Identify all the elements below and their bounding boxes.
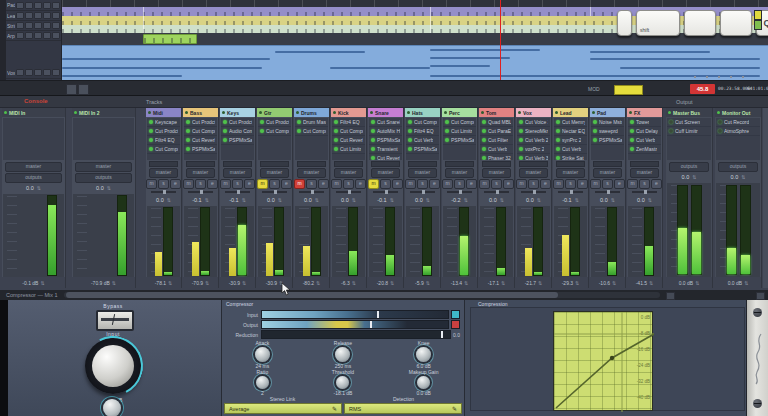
pan-slider[interactable]	[336, 189, 361, 195]
insert-slot[interactable]: voxPrc 2	[517, 145, 550, 154]
fader-meter-area[interactable]	[667, 183, 711, 277]
insert-slot[interactable]: Phaser 32	[480, 154, 513, 160]
insert-slot[interactable]: Noise Mstr	[591, 118, 624, 127]
channel-name-bar[interactable]: Hats	[405, 108, 440, 117]
spinner-icon[interactable]: ⇅	[316, 280, 320, 286]
spinner-icon[interactable]: ⇅	[741, 174, 745, 180]
mute-button[interactable]: m	[368, 179, 379, 189]
automation-slot[interactable]	[593, 161, 622, 167]
release-knob[interactable]	[335, 347, 350, 362]
spinner-icon[interactable]: ⇅	[390, 280, 394, 286]
mute-button[interactable]: m	[516, 179, 527, 189]
green-midi-clip[interactable]	[143, 34, 197, 44]
spinner-icon[interactable]: ⇅	[695, 280, 699, 286]
solo-button[interactable]: s	[380, 179, 391, 189]
plugin-power-led-icon[interactable]	[718, 120, 722, 124]
plugin-power-led-icon[interactable]	[593, 120, 597, 124]
spinner-icon[interactable]: ⇅	[501, 280, 505, 286]
insert-slot[interactable]: Strike Sat	[554, 154, 587, 160]
track-button[interactable]	[34, 2, 42, 9]
insert-slot[interactable]: Cut Compres	[258, 127, 291, 136]
mixer-hscrollbar-thumb[interactable]	[66, 292, 558, 298]
mute-button[interactable]: m	[405, 179, 416, 189]
plugin-power-led-icon[interactable]	[334, 120, 338, 124]
meter-clip-button[interactable]	[451, 320, 460, 329]
plugin-power-led-icon[interactable]	[630, 120, 634, 124]
channel-name-bar[interactable]: Midi	[146, 108, 181, 117]
automation-slot[interactable]	[334, 161, 363, 167]
fader-meter-area[interactable]	[295, 206, 328, 277]
insert-slot[interactable]: Cut Record	[716, 118, 760, 127]
spinner-icon[interactable]: ⇅	[352, 280, 356, 286]
track-button[interactable]	[43, 22, 51, 29]
insert-slot[interactable]: Cut ParaEQ	[480, 127, 513, 136]
mixer-channel[interactable]: SnareCut SnareEQAutoMix HPPSPMixSatTrans…	[368, 108, 404, 288]
track-button[interactable]	[34, 12, 42, 19]
playhead[interactable]	[500, 0, 501, 80]
insert-slot[interactable]: Cut Screen	[667, 118, 711, 127]
mute-button[interactable]: m	[257, 179, 268, 189]
mixer-channel[interactable]: TomQuad MBLCut ParaEQCut FilterCut VerbP…	[479, 108, 515, 288]
pan-handle[interactable]	[570, 190, 573, 194]
track-button[interactable]	[34, 22, 42, 29]
mute-button[interactable]: m	[146, 179, 157, 189]
mute-button[interactable]: m	[479, 179, 490, 189]
pan-handle[interactable]	[533, 190, 536, 194]
makeup-gain-knob[interactable]	[417, 376, 430, 389]
plugin-power-led-icon[interactable]	[408, 147, 412, 151]
output-routing-button[interactable]: master	[334, 168, 363, 178]
mixer-channel[interactable]: MidiKeyscapeCut ProdctrFiltr4 EQCut Comp…	[146, 108, 182, 288]
insert-slot[interactable]: synPrc 2	[554, 136, 587, 145]
pan-handle[interactable]	[385, 190, 388, 194]
threshold-knob[interactable]	[336, 376, 349, 389]
plugin-power-led-icon[interactable]	[556, 138, 560, 142]
pan-slider[interactable]	[484, 189, 509, 195]
fader-meter-area[interactable]	[716, 183, 760, 277]
plugin-power-led-icon[interactable]	[186, 120, 190, 124]
automation-slot[interactable]	[371, 161, 400, 167]
edit-button[interactable]: e	[207, 179, 218, 189]
plugin-power-led-icon[interactable]	[630, 147, 634, 151]
track-header[interactable]: Arp	[6, 31, 61, 41]
fader-meter-area[interactable]	[554, 206, 587, 277]
track-button[interactable]	[16, 12, 24, 19]
insert-slot[interactable]: PSPMixSat	[591, 136, 624, 145]
plugin-power-led-icon[interactable]	[630, 129, 634, 133]
insert-slot[interactable]: sweeprd	[591, 127, 624, 136]
solo-button[interactable]: s	[454, 179, 465, 189]
track-button[interactable]	[16, 69, 24, 76]
plugin-power-led-icon[interactable]	[408, 120, 412, 124]
fader-meter-area[interactable]	[406, 206, 439, 277]
spinner-icon[interactable]: ⇅	[242, 197, 246, 203]
plugin-power-led-icon[interactable]	[445, 129, 449, 133]
channel-name-bar[interactable]: Perc	[442, 108, 477, 117]
pan-handle[interactable]	[644, 190, 647, 194]
track-button[interactable]	[25, 32, 33, 39]
insert-slot[interactable]: Cut Filter	[480, 136, 513, 145]
edit-button[interactable]: e	[614, 179, 625, 189]
pan-handle[interactable]	[607, 190, 610, 194]
insert-slot[interactable]: Cut Limitr	[332, 145, 365, 154]
insert-slot[interactable]: Filtr4 EQ	[147, 136, 180, 145]
plugin-power-led-icon[interactable]	[669, 129, 673, 133]
plugin-power-led-icon[interactable]	[519, 138, 523, 142]
plugin-power-led-icon[interactable]	[593, 129, 597, 133]
channel-name-bar[interactable]: Lead	[553, 108, 588, 117]
insert-slot[interactable]: Cut Prodctr	[147, 127, 180, 136]
edit-button[interactable]: e	[170, 179, 181, 189]
plugin-power-led-icon[interactable]	[556, 120, 560, 124]
output-routing-button[interactable]: master	[519, 168, 548, 178]
pan-slider[interactable]	[225, 189, 250, 195]
plugin-power-led-icon[interactable]	[260, 129, 264, 133]
channel-name-bar[interactable]: Keys	[220, 108, 255, 117]
mixer-channel[interactable]: GtrCut ProdctrCut Compresmastermse0.0⇅-3…	[257, 108, 293, 288]
insert-slot[interactable]: PSPMixSat	[221, 136, 254, 145]
spinner-icon[interactable]: ⇅	[611, 197, 615, 203]
track-header[interactable]: Lead	[6, 11, 61, 21]
spinner-icon[interactable]: ⇅	[205, 280, 209, 286]
plugin-power-led-icon[interactable]	[482, 120, 486, 124]
edit-button[interactable]: e	[503, 179, 514, 189]
input-strip-name-bar[interactable]: MIDI In	[2, 108, 65, 117]
spinner-icon[interactable]: ⇅	[242, 280, 246, 286]
plugin-power-led-icon[interactable]	[149, 129, 153, 133]
